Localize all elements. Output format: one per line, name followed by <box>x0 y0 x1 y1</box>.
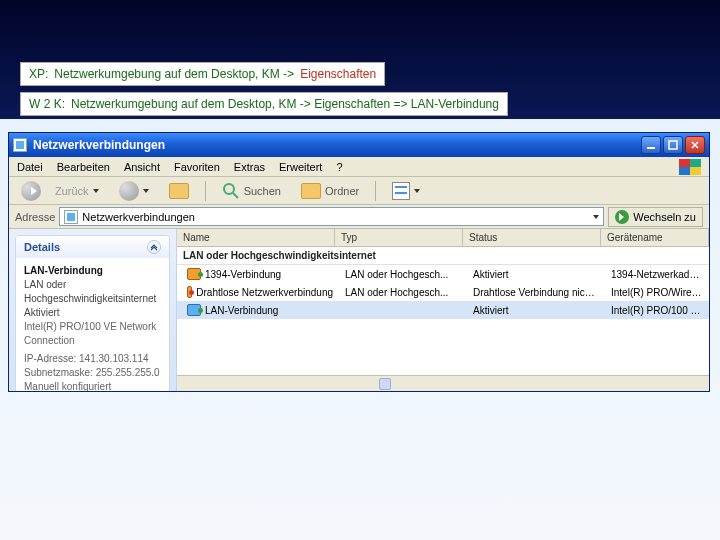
close-button[interactable] <box>685 136 705 154</box>
details-panel: Details LAN-Verbindung LAN oder Hochgesc… <box>15 235 170 391</box>
toolbar: Zurück Suchen Ordner <box>9 177 709 205</box>
collapse-icon[interactable] <box>147 240 161 254</box>
menu-extras[interactable]: Extras <box>234 161 265 173</box>
forward-button[interactable] <box>113 179 155 203</box>
row-name: 1394-Verbindung <box>205 269 281 280</box>
back-button[interactable]: Zurück <box>15 179 105 203</box>
view-button[interactable] <box>386 180 426 202</box>
maximize-button[interactable] <box>663 136 683 154</box>
folder-icon <box>301 183 321 199</box>
side-panel: Details LAN-Verbindung LAN oder Hochgesc… <box>9 229 177 391</box>
svg-line-3 <box>233 193 238 198</box>
horizontal-scrollbar[interactable] <box>177 375 709 391</box>
row-name: LAN-Verbindung <box>205 305 278 316</box>
forward-icon <box>119 181 139 201</box>
connection-1394-icon <box>187 268 201 280</box>
row-status: Drahtlose Verbindung nicht ver... <box>467 287 605 298</box>
annotation-xp: XP: Netzwerkumgebung auf dem Desktop, KM… <box>20 62 385 86</box>
annotation-xp-prefix: XP: <box>29 67 48 81</box>
column-headers: Name Typ Status Gerätename <box>177 229 709 247</box>
detail-mode: Manuell konfiguriert <box>24 381 111 391</box>
address-value: Netzwerkverbindungen <box>82 211 195 223</box>
row-name: Drahtlose Netzwerkverbindung <box>196 287 333 298</box>
svg-rect-1 <box>669 141 677 149</box>
row-device: Intel(R) PRO/Wireless LAN 2100 3B Mini P… <box>605 287 709 298</box>
window-icon <box>13 138 27 152</box>
back-label: Zurück <box>55 185 89 197</box>
col-name[interactable]: Name <box>177 229 335 246</box>
table-row[interactable]: Drahtlose Netzwerkverbindung LAN oder Ho… <box>177 283 709 301</box>
address-icon <box>64 210 78 224</box>
menu-view[interactable]: Ansicht <box>124 161 160 173</box>
search-icon <box>222 182 240 200</box>
chevron-down-icon <box>93 189 99 193</box>
folders-button[interactable]: Ordner <box>295 181 365 201</box>
detail-ip: IP-Adresse: 141.30.103.114 <box>24 353 149 364</box>
windows-flag-icon <box>679 159 701 175</box>
detail-conn-name: LAN-Verbindung <box>24 265 103 276</box>
details-body: LAN-Verbindung LAN oder Hochgeschwindigk… <box>16 258 169 391</box>
row-status: Aktiviert <box>467 269 605 280</box>
toolbar-separator <box>205 181 206 201</box>
go-arrow-icon <box>615 210 629 224</box>
group-header[interactable]: LAN oder Hochgeschwindigkeitsinternet <box>177 247 709 265</box>
go-button[interactable]: Wechseln zu <box>608 207 703 227</box>
detail-conn-type1: LAN oder <box>24 279 66 290</box>
address-bar: Adresse Netzwerkverbindungen Wechseln zu <box>9 205 709 229</box>
minimize-button[interactable] <box>641 136 661 154</box>
annotation-w2k-text: Netzwerkumgebung auf dem Desktop, KM -> … <box>71 97 499 111</box>
detail-device: Intel(R) PRO/100 VE Network Connection <box>24 321 156 346</box>
menu-edit[interactable]: Bearbeiten <box>57 161 110 173</box>
window-title: Netzwerkverbindungen <box>33 138 635 152</box>
window-buttons <box>641 136 705 154</box>
svg-rect-0 <box>647 147 655 149</box>
back-arrow-icon <box>31 187 37 195</box>
menu-file[interactable]: Datei <box>17 161 43 173</box>
detail-subnet: Subnetzmaske: 255.255.255.0 <box>24 367 160 378</box>
chevron-down-icon <box>414 189 420 193</box>
go-label: Wechseln zu <box>633 211 696 223</box>
folder-up-icon <box>169 183 189 199</box>
row-type: LAN oder Hochgesch... <box>339 287 467 298</box>
details-title: Details <box>24 241 60 253</box>
annotation-w2k: W 2 K: Netzwerkumgebung auf dem Desktop,… <box>20 92 508 116</box>
detail-conn-type2: Hochgeschwindigkeitsinternet <box>24 293 156 304</box>
annotation-w2k-prefix: W 2 K: <box>29 97 65 111</box>
svg-point-2 <box>224 184 234 194</box>
details-header[interactable]: Details <box>16 236 169 258</box>
connection-wireless-icon <box>187 286 192 298</box>
annotation-xp-text: Netzwerkumgebung auf dem Desktop, KM -> <box>54 67 294 81</box>
table-row[interactable]: LAN-Verbindung Aktiviert Intel(R) PRO/10… <box>177 301 709 319</box>
chevron-down-icon[interactable] <box>593 215 599 219</box>
address-label: Adresse <box>15 211 55 223</box>
content-area: Details LAN-Verbindung LAN oder Hochgesc… <box>9 229 709 391</box>
menu-help[interactable]: ? <box>336 161 342 173</box>
annotation-xp-red: Eigenschaften <box>300 67 376 81</box>
titlebar[interactable]: Netzwerkverbindungen <box>9 133 709 157</box>
menubar: Datei Bearbeiten Ansicht Favoriten Extra… <box>9 157 709 177</box>
toolbar-separator <box>375 181 376 201</box>
annotation-area: XP: Netzwerkumgebung auf dem Desktop, KM… <box>20 62 700 122</box>
row-device: 1394-Netzwerkadapter <box>605 269 709 280</box>
folders-label: Ordner <box>325 185 359 197</box>
search-button[interactable]: Suchen <box>216 180 287 202</box>
detail-status: Aktiviert <box>24 307 60 318</box>
connection-lan-icon <box>187 304 201 316</box>
address-field[interactable]: Netzwerkverbindungen <box>59 207 604 226</box>
row-type: LAN oder Hochgesch... <box>339 269 467 280</box>
row-device: Intel(R) PRO/100 VE Network Connection <box>605 305 709 316</box>
row-status: Aktiviert <box>467 305 605 316</box>
connection-list: Name Typ Status Gerätename LAN oder Hoch… <box>177 229 709 391</box>
chevron-down-icon <box>143 189 149 193</box>
view-icon <box>392 182 410 200</box>
menu-favorites[interactable]: Favoriten <box>174 161 220 173</box>
table-row[interactable]: 1394-Verbindung LAN oder Hochgesch... Ak… <box>177 265 709 283</box>
search-label: Suchen <box>244 185 281 197</box>
window-network-connections: Netzwerkverbindungen Datei Bearbeiten An… <box>8 132 710 392</box>
col-device[interactable]: Gerätename <box>601 229 709 246</box>
col-status[interactable]: Status <box>463 229 601 246</box>
up-button[interactable] <box>163 181 195 201</box>
col-type[interactable]: Typ <box>335 229 463 246</box>
menu-advanced[interactable]: Erweitert <box>279 161 322 173</box>
scroll-thumb[interactable] <box>379 378 391 390</box>
